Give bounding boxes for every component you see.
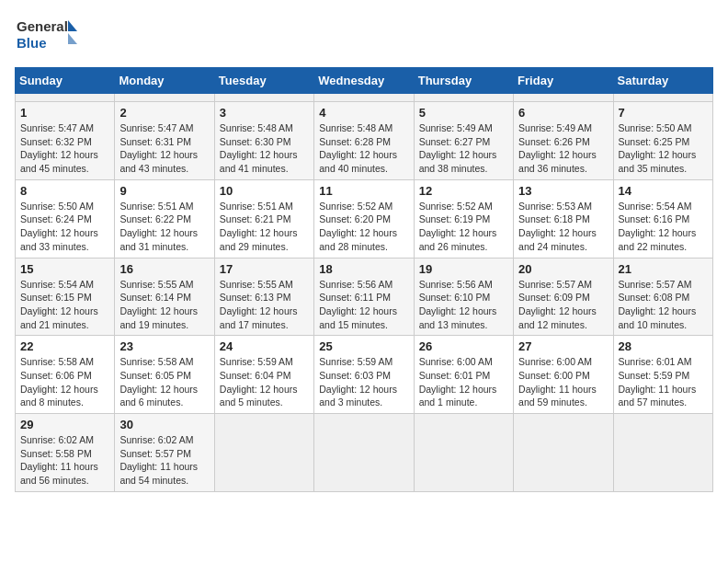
day-cell: 25 Sunrise: 5:59 AM Sunset: 6:03 PM Dayl… <box>314 336 414 414</box>
day-cell: 7 Sunrise: 5:50 AM Sunset: 6:25 PM Dayli… <box>613 102 712 180</box>
day-cell: 10 Sunrise: 5:51 AM Sunset: 6:21 PM Dayl… <box>214 179 313 258</box>
day-number: 26 <box>419 339 508 353</box>
daylight-label: Daylight: 12 hours and 17 minutes. <box>220 305 298 330</box>
day-cell: 20 Sunrise: 5:57 AM Sunset: 6:09 PM Dayl… <box>514 258 613 336</box>
sunrise-label: Sunrise: 6:00 AM <box>419 356 493 367</box>
day-info: Sunrise: 5:56 AM Sunset: 6:10 PM Dayligh… <box>419 278 508 332</box>
day-cell <box>514 94 613 102</box>
sunset-label: Sunset: 6:32 PM <box>20 136 92 147</box>
sunrise-label: Sunrise: 5:59 AM <box>220 356 293 367</box>
sunset-label: Sunset: 6:08 PM <box>619 292 690 303</box>
day-cell: 13 Sunrise: 5:53 AM Sunset: 6:18 PM Dayl… <box>514 179 613 258</box>
sunset-label: Sunset: 5:59 PM <box>619 370 690 381</box>
day-cell: 3 Sunrise: 5:48 AM Sunset: 6:30 PM Dayli… <box>214 102 313 180</box>
sunset-label: Sunset: 6:06 PM <box>20 370 92 381</box>
daylight-label: Daylight: 11 hours and 54 minutes. <box>119 461 198 486</box>
col-header-thursday: Thursday <box>414 68 513 94</box>
day-info: Sunrise: 5:57 AM Sunset: 6:09 PM Dayligh… <box>518 278 608 332</box>
day-cell: 5 Sunrise: 5:49 AM Sunset: 6:27 PM Dayli… <box>414 102 513 180</box>
day-number: 29 <box>20 418 109 431</box>
day-info: Sunrise: 5:56 AM Sunset: 6:11 PM Dayligh… <box>319 278 408 332</box>
day-number: 4 <box>319 106 408 120</box>
day-cell: 26 Sunrise: 6:00 AM Sunset: 6:01 PM Dayl… <box>414 336 513 414</box>
day-number: 9 <box>119 184 209 198</box>
day-info: Sunrise: 5:51 AM Sunset: 6:22 PM Dayligh… <box>119 200 209 254</box>
sunrise-label: Sunrise: 5:48 AM <box>220 122 293 133</box>
svg-marker-3 <box>68 33 77 44</box>
sunset-label: Sunset: 6:21 PM <box>220 213 291 224</box>
day-number: 6 <box>518 106 608 120</box>
daylight-label: Daylight: 12 hours and 35 minutes. <box>619 149 697 174</box>
week-row: 8 Sunrise: 5:50 AM Sunset: 6:24 PM Dayli… <box>16 179 713 258</box>
sunset-label: Sunset: 6:24 PM <box>20 213 92 224</box>
sunrise-label: Sunrise: 5:53 AM <box>518 201 592 212</box>
sunset-label: Sunset: 6:09 PM <box>518 292 590 303</box>
daylight-label: Daylight: 12 hours and 43 minutes. <box>119 149 198 174</box>
day-cell: 30 Sunrise: 6:02 AM Sunset: 5:57 PM Dayl… <box>115 414 214 492</box>
day-number: 21 <box>619 262 708 276</box>
day-number: 14 <box>619 184 708 198</box>
day-info: Sunrise: 5:55 AM Sunset: 6:13 PM Dayligh… <box>220 278 309 332</box>
col-header-saturday: Saturday <box>613 68 712 94</box>
sunrise-label: Sunrise: 5:51 AM <box>220 201 293 212</box>
day-cell: 4 Sunrise: 5:48 AM Sunset: 6:28 PM Dayli… <box>314 102 414 180</box>
sunrise-label: Sunrise: 5:57 AM <box>619 279 692 290</box>
sunset-label: Sunset: 6:22 PM <box>119 213 191 224</box>
sunrise-label: Sunrise: 5:56 AM <box>319 279 392 290</box>
day-cell <box>314 94 414 102</box>
day-cell <box>613 94 712 102</box>
sunrise-label: Sunrise: 6:02 AM <box>119 434 193 445</box>
logo-svg: General Blue <box>15 15 79 56</box>
day-number: 23 <box>119 339 209 353</box>
sunrise-label: Sunrise: 5:49 AM <box>419 122 493 133</box>
day-info: Sunrise: 5:48 AM Sunset: 6:28 PM Dayligh… <box>319 121 408 176</box>
sunset-label: Sunset: 6:25 PM <box>619 136 690 147</box>
day-cell <box>613 414 712 492</box>
sunset-label: Sunset: 6:04 PM <box>220 370 291 381</box>
col-header-monday: Monday <box>115 68 214 94</box>
day-info: Sunrise: 5:50 AM Sunset: 6:25 PM Dayligh… <box>619 121 708 176</box>
day-cell: 9 Sunrise: 5:51 AM Sunset: 6:22 PM Dayli… <box>115 179 214 258</box>
sunset-label: Sunset: 6:31 PM <box>119 136 191 147</box>
day-info: Sunrise: 5:58 AM Sunset: 6:05 PM Dayligh… <box>119 355 209 409</box>
col-header-wednesday: Wednesday <box>314 68 414 94</box>
day-cell: 15 Sunrise: 5:54 AM Sunset: 6:15 PM Dayl… <box>16 258 115 336</box>
day-number: 20 <box>518 262 608 276</box>
day-number: 3 <box>220 106 309 120</box>
col-header-sunday: Sunday <box>16 68 115 94</box>
sunset-label: Sunset: 6:01 PM <box>419 370 491 381</box>
sunrise-label: Sunrise: 5:48 AM <box>319 122 392 133</box>
daylight-label: Daylight: 11 hours and 59 minutes. <box>518 384 597 408</box>
day-number: 11 <box>319 184 408 198</box>
sunset-label: Sunset: 6:00 PM <box>518 370 590 381</box>
day-cell <box>115 94 214 102</box>
day-cell: 1 Sunrise: 5:47 AM Sunset: 6:32 PM Dayli… <box>16 102 115 180</box>
day-cell: 23 Sunrise: 5:58 AM Sunset: 6:05 PM Dayl… <box>115 336 214 414</box>
week-row: 15 Sunrise: 5:54 AM Sunset: 6:15 PM Dayl… <box>16 258 713 336</box>
daylight-label: Daylight: 12 hours and 41 minutes. <box>220 149 298 174</box>
daylight-label: Daylight: 12 hours and 33 minutes. <box>20 227 98 252</box>
sunset-label: Sunset: 5:57 PM <box>119 448 191 459</box>
sunrise-label: Sunrise: 5:49 AM <box>518 122 592 133</box>
sunset-label: Sunset: 6:03 PM <box>319 370 391 381</box>
week-row: 29 Sunrise: 6:02 AM Sunset: 5:58 PM Dayl… <box>16 414 713 492</box>
daylight-label: Daylight: 11 hours and 57 minutes. <box>619 384 697 408</box>
sunset-label: Sunset: 6:10 PM <box>419 292 491 303</box>
daylight-label: Daylight: 12 hours and 15 minutes. <box>319 305 397 330</box>
daylight-label: Daylight: 12 hours and 40 minutes. <box>319 149 397 174</box>
day-number: 27 <box>518 339 608 353</box>
sunset-label: Sunset: 6:14 PM <box>119 292 191 303</box>
page-header: General Blue <box>15 15 713 56</box>
day-cell: 17 Sunrise: 5:55 AM Sunset: 6:13 PM Dayl… <box>214 258 313 336</box>
daylight-label: Daylight: 12 hours and 10 minutes. <box>619 305 697 330</box>
sunrise-label: Sunrise: 6:02 AM <box>20 434 94 445</box>
day-cell: 21 Sunrise: 5:57 AM Sunset: 6:08 PM Dayl… <box>613 258 712 336</box>
day-cell: 12 Sunrise: 5:52 AM Sunset: 6:19 PM Dayl… <box>414 179 513 258</box>
day-cell: 6 Sunrise: 5:49 AM Sunset: 6:26 PM Dayli… <box>514 102 613 180</box>
day-number: 12 <box>419 184 508 198</box>
day-info: Sunrise: 5:53 AM Sunset: 6:18 PM Dayligh… <box>518 200 608 254</box>
sunrise-label: Sunrise: 5:55 AM <box>119 279 193 290</box>
day-info: Sunrise: 5:48 AM Sunset: 6:30 PM Dayligh… <box>220 121 309 176</box>
sunrise-label: Sunrise: 5:58 AM <box>20 356 94 367</box>
daylight-label: Daylight: 12 hours and 3 minutes. <box>319 384 397 408</box>
